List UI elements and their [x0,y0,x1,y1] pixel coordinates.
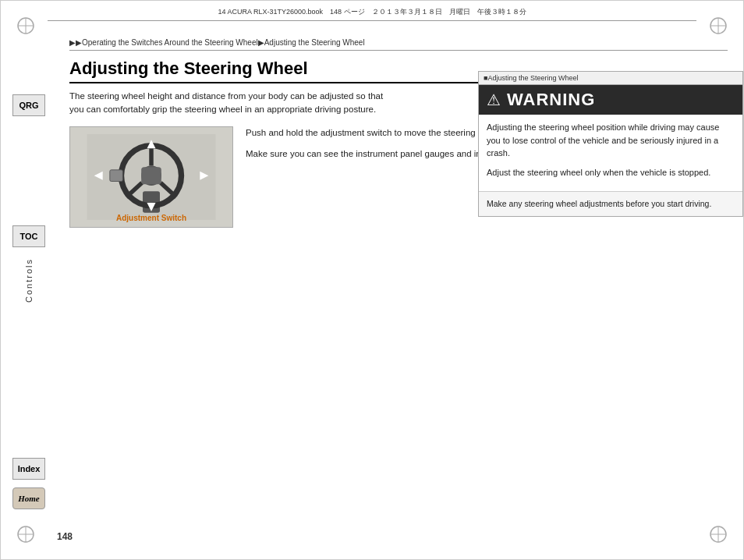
index-button[interactable]: Index [12,458,45,480]
steering-image-col: Adjustment Switch [69,126,233,228]
steering-wheel-svg [81,134,221,220]
page-container: 14 ACURA RLX-31TY26000.book 148 ページ ２０１３… [0,0,744,560]
svg-rect-19 [141,167,161,184]
steering-wheel-image: Adjustment Switch [69,126,233,228]
warning-box: ⚠ WARNING [479,85,742,115]
warning-body-1: Adjusting the steering wheel position wh… [487,121,735,160]
warning-note: Make any steering wheel adjustments befo… [479,191,742,216]
toc-button[interactable]: TOC [12,225,45,247]
sidebar-bottom: Index Home [1,458,57,512]
warning-title: WARNING [507,90,595,110]
qrg-button[interactable]: QRG [12,94,45,116]
body-intro: The steering wheel height and distance f… [69,90,397,117]
warning-panel: ■Adjusting the Steering Wheel ⚠ WARNING … [478,71,743,217]
controls-label: Controls [24,258,34,303]
breadcrumb: ▶▶Operating the Switches Around the Stee… [69,38,728,51]
warning-triangle-icon: ⚠ [487,90,501,109]
warning-header-small: ■Adjusting the Steering Wheel [479,72,742,85]
adjustment-label: Adjustment Switch [116,214,186,222]
right-warning-panel: ■Adjusting the Steering Wheel ⚠ WARNING … [478,71,743,544]
warning-body: Adjusting the steering wheel position wh… [479,115,742,191]
svg-rect-24 [110,169,123,181]
warning-body-2: Adjust the steering wheel only when the … [487,166,735,179]
home-button[interactable]: Home [12,487,45,509]
print-info: 14 ACURA RLX-31TY26000.book 148 ページ ２０１３… [48,7,696,21]
